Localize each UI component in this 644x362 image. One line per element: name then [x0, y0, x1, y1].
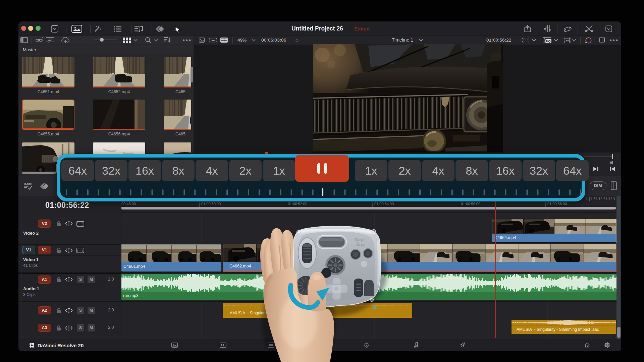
- svg-text:HQ: HQ: [546, 40, 551, 43]
- svg-text:box: box: [356, 241, 365, 248]
